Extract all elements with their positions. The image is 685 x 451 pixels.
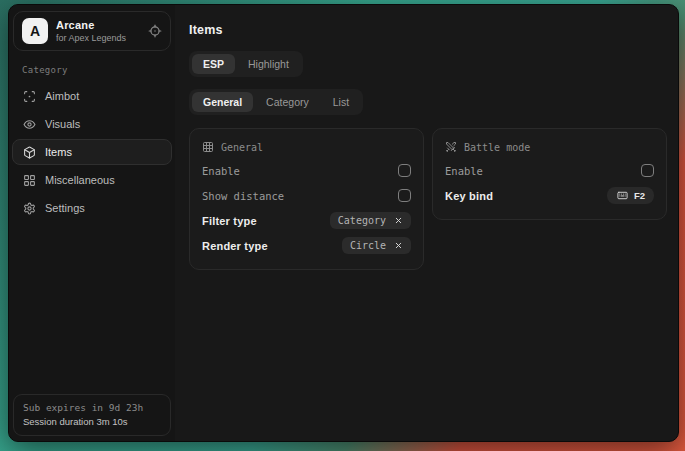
battle-mode-card-header: Battle mode	[445, 141, 654, 153]
battle-mode-card-title: Battle mode	[464, 142, 530, 153]
tab-general[interactable]: General	[192, 92, 253, 112]
cards-row: General Enable Show distance Filter type…	[189, 128, 667, 270]
setting-row-show-distance: Show distance	[202, 183, 411, 208]
crosshair-target-icon[interactable]	[148, 24, 162, 38]
setting-label: Show distance	[202, 190, 284, 202]
layout-grid-icon	[23, 174, 36, 187]
close-icon[interactable]	[394, 241, 403, 250]
setting-row-render-type: Render type Circle	[202, 233, 411, 258]
setting-row-key-bind: Key bind F2	[445, 183, 654, 208]
sidebar-item-miscellaneous[interactable]: Miscellaneous	[12, 167, 172, 193]
show-distance-checkbox[interactable]	[398, 189, 411, 202]
app-title: Arcane	[56, 19, 126, 31]
close-icon[interactable]	[394, 216, 403, 225]
tag-value: Circle	[350, 240, 386, 251]
setting-label: Enable	[445, 165, 483, 177]
sidebar-section-label: Category	[12, 61, 172, 83]
battle-enable-checkbox[interactable]	[641, 164, 654, 177]
sidebar: A Arcane for Apex Legends Category Aimbo…	[9, 5, 175, 441]
setting-label: Key bind	[445, 190, 493, 202]
sidebar-spacer	[12, 221, 172, 394]
setting-label: Filter type	[202, 215, 257, 227]
app-header-card: A Arcane for Apex Legends	[13, 11, 171, 51]
enable-checkbox[interactable]	[398, 164, 411, 177]
tab-list[interactable]: List	[322, 92, 360, 112]
app-meta: Arcane for Apex Legends	[56, 19, 126, 43]
sidebar-nav: Aimbot Visuals Items	[12, 83, 172, 221]
sidebar-item-label: Settings	[45, 202, 85, 214]
app-subtitle: for Apex Legends	[56, 33, 126, 43]
general-card: General Enable Show distance Filter type…	[189, 128, 424, 270]
eye-icon	[23, 118, 36, 131]
sidebar-item-settings[interactable]: Settings	[12, 195, 172, 221]
sidebar-item-label: Aimbot	[45, 90, 79, 102]
setting-label: Enable	[202, 165, 240, 177]
page-title: Items	[189, 23, 667, 37]
session-duration-text: Session duration 3m 10s	[23, 415, 161, 429]
app-window: A Arcane for Apex Legends Category Aimbo…	[8, 4, 679, 442]
render-type-tag[interactable]: Circle	[342, 237, 411, 254]
view-tabs: General Category List	[189, 89, 363, 115]
grid-icon	[202, 141, 214, 153]
sidebar-item-visuals[interactable]: Visuals	[12, 111, 172, 137]
tag-value: Category	[338, 215, 386, 226]
app-logo: A	[22, 18, 48, 44]
session-info-box: Sub expires in 9d 23h Session duration 3…	[13, 394, 171, 436]
general-card-header: General	[202, 141, 411, 153]
setting-row-enable: Enable	[445, 158, 654, 183]
setting-label: Render type	[202, 240, 268, 252]
sub-expiry-text: Sub expires in 9d 23h	[23, 400, 161, 415]
sidebar-item-items[interactable]: Items	[12, 139, 172, 165]
keybind-value: F2	[634, 190, 645, 201]
keybind-button[interactable]: F2	[607, 187, 654, 204]
desktop-background: A Arcane for Apex Legends Category Aimbo…	[0, 0, 685, 451]
tab-esp[interactable]: ESP	[192, 54, 235, 74]
mode-tabs: ESP Highlight	[189, 51, 303, 77]
setting-row-filter-type: Filter type Category	[202, 208, 411, 233]
tab-category[interactable]: Category	[255, 92, 320, 112]
setting-row-enable: Enable	[202, 158, 411, 183]
tab-highlight[interactable]: Highlight	[237, 54, 300, 74]
filter-type-tag[interactable]: Category	[330, 212, 411, 229]
main-content: Items ESP Highlight General Category Lis…	[175, 5, 679, 441]
swords-icon	[445, 141, 457, 153]
battle-mode-card: Battle mode Enable Key bind F2	[432, 128, 667, 220]
gear-icon	[23, 202, 36, 215]
keyboard-icon	[616, 190, 629, 201]
crosshair-icon	[23, 90, 36, 103]
package-icon	[23, 146, 36, 159]
sidebar-item-label: Visuals	[45, 118, 80, 130]
sidebar-item-label: Items	[45, 146, 72, 158]
general-card-title: General	[221, 142, 263, 153]
sidebar-item-aimbot[interactable]: Aimbot	[12, 83, 172, 109]
sidebar-item-label: Miscellaneous	[45, 174, 115, 186]
